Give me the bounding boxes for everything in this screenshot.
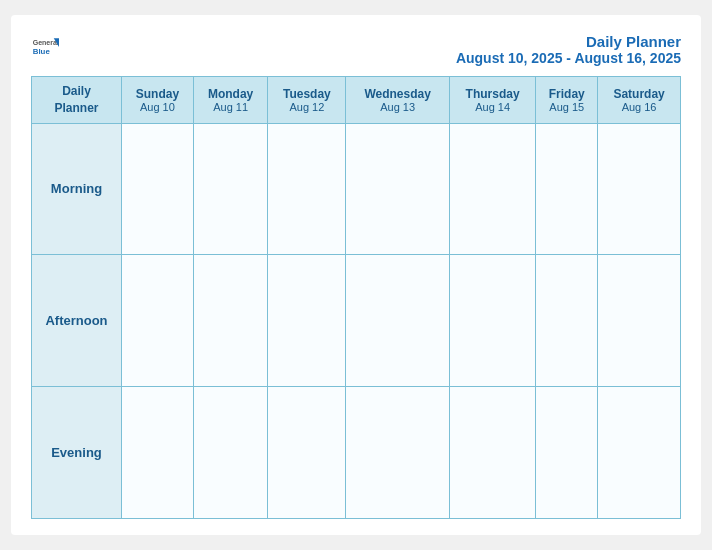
cell-morning-mon[interactable] — [193, 123, 268, 255]
calendar-table: DailyPlanner Sunday Aug 10 Monday Aug 11… — [31, 76, 681, 519]
cell-afternoon-mon[interactable] — [193, 255, 268, 387]
generalblue-logo-icon: General Blue — [31, 33, 59, 61]
header: General Blue Daily Planner August 10, 20… — [31, 33, 681, 66]
cell-morning-thu[interactable] — [449, 123, 535, 255]
col-tuesday: Tuesday Aug 12 — [268, 77, 346, 124]
cell-evening-wed[interactable] — [346, 387, 450, 519]
planner-title: Daily Planner — [456, 33, 681, 50]
page: General Blue Daily Planner August 10, 20… — [11, 15, 701, 535]
cell-afternoon-thu[interactable] — [449, 255, 535, 387]
cell-evening-mon[interactable] — [193, 387, 268, 519]
header-row: DailyPlanner Sunday Aug 10 Monday Aug 11… — [32, 77, 681, 124]
row-label-afternoon: Afternoon — [32, 255, 122, 387]
cell-afternoon-sun[interactable] — [122, 255, 194, 387]
planner-date-range: August 10, 2025 - August 16, 2025 — [456, 50, 681, 66]
cell-evening-thu[interactable] — [449, 387, 535, 519]
row-morning: Morning — [32, 123, 681, 255]
cell-afternoon-wed[interactable] — [346, 255, 450, 387]
title-area: Daily Planner August 10, 2025 - August 1… — [456, 33, 681, 66]
cell-evening-tue[interactable] — [268, 387, 346, 519]
cell-evening-sat[interactable] — [598, 387, 681, 519]
svg-text:General: General — [33, 39, 59, 46]
corner-header: DailyPlanner — [32, 77, 122, 124]
logo-area: General Blue — [31, 33, 59, 61]
col-wednesday: Wednesday Aug 13 — [346, 77, 450, 124]
cell-afternoon-sat[interactable] — [598, 255, 681, 387]
col-thursday: Thursday Aug 14 — [449, 77, 535, 124]
cell-morning-sun[interactable] — [122, 123, 194, 255]
cell-morning-fri[interactable] — [536, 123, 598, 255]
cell-evening-fri[interactable] — [536, 387, 598, 519]
cell-morning-wed[interactable] — [346, 123, 450, 255]
col-saturday: Saturday Aug 16 — [598, 77, 681, 124]
col-friday: Friday Aug 15 — [536, 77, 598, 124]
row-afternoon: Afternoon — [32, 255, 681, 387]
cell-morning-sat[interactable] — [598, 123, 681, 255]
col-sunday: Sunday Aug 10 — [122, 77, 194, 124]
cell-afternoon-fri[interactable] — [536, 255, 598, 387]
row-evening: Evening — [32, 387, 681, 519]
row-label-morning: Morning — [32, 123, 122, 255]
row-label-evening: Evening — [32, 387, 122, 519]
col-monday: Monday Aug 11 — [193, 77, 268, 124]
cell-evening-sun[interactable] — [122, 387, 194, 519]
cell-morning-tue[interactable] — [268, 123, 346, 255]
svg-text:Blue: Blue — [33, 47, 51, 56]
cell-afternoon-tue[interactable] — [268, 255, 346, 387]
